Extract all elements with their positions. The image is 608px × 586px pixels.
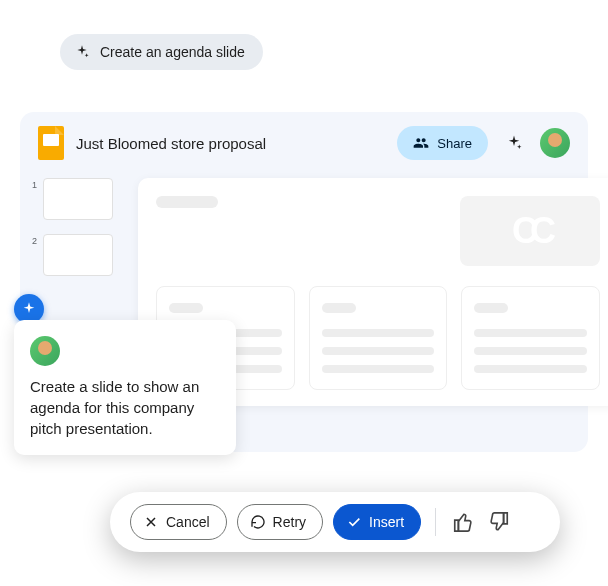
thumbs-up-button[interactable] xyxy=(450,509,476,535)
suggestion-chip[interactable]: Create an agenda slide xyxy=(60,34,263,70)
user-avatar[interactable] xyxy=(540,128,570,158)
retry-label: Retry xyxy=(273,514,306,530)
divider xyxy=(435,508,436,536)
cancel-button[interactable]: Cancel xyxy=(130,504,227,540)
placeholder-line xyxy=(474,347,587,355)
insert-button[interactable]: Insert xyxy=(333,504,421,540)
slide-number: 1 xyxy=(32,178,37,190)
placeholder-line xyxy=(322,365,435,373)
cancel-label: Cancel xyxy=(166,514,210,530)
placeholder-line xyxy=(322,329,435,337)
people-icon xyxy=(413,135,429,151)
action-bar: Cancel Retry Insert xyxy=(110,492,560,552)
suggestion-label: Create an agenda slide xyxy=(100,44,245,60)
content-column xyxy=(461,286,600,390)
canvas-header: CC xyxy=(156,196,600,266)
retry-button[interactable]: Retry xyxy=(237,504,323,540)
thumbnail-preview xyxy=(43,234,113,276)
thumbnail-preview xyxy=(43,178,113,220)
check-icon xyxy=(346,514,362,530)
app-header: Just Bloomed store proposal Share xyxy=(20,112,588,174)
placeholder-line xyxy=(474,329,587,337)
slides-logo-icon xyxy=(38,126,64,160)
logo-glyph: CC xyxy=(512,210,548,252)
placeholder-title xyxy=(156,196,218,208)
placeholder-logo: CC xyxy=(460,196,600,266)
content-column xyxy=(309,286,448,390)
share-button[interactable]: Share xyxy=(397,126,488,160)
slide-thumbnail[interactable]: 2 xyxy=(32,234,113,276)
slide-number: 2 xyxy=(32,234,37,246)
insert-label: Insert xyxy=(369,514,404,530)
slide-thumbnail[interactable]: 1 xyxy=(32,178,113,220)
slide-thumbnails-panel: 1 2 xyxy=(32,174,113,276)
refresh-icon xyxy=(250,514,266,530)
share-label: Share xyxy=(437,136,472,151)
placeholder-heading xyxy=(169,303,203,313)
prompt-card: Create a slide to show an agenda for thi… xyxy=(14,320,236,455)
sparkle-icon xyxy=(74,44,90,60)
placeholder-heading xyxy=(474,303,508,313)
placeholder-line xyxy=(322,347,435,355)
placeholder-line xyxy=(474,365,587,373)
document-title[interactable]: Just Bloomed store proposal xyxy=(76,135,385,152)
prompt-text: Create a slide to show an agenda for thi… xyxy=(30,376,220,439)
gemini-sparkle-button[interactable] xyxy=(504,133,524,153)
prompt-user-avatar xyxy=(30,336,60,366)
thumbs-down-button[interactable] xyxy=(486,509,512,535)
close-icon xyxy=(143,514,159,530)
placeholder-heading xyxy=(322,303,356,313)
